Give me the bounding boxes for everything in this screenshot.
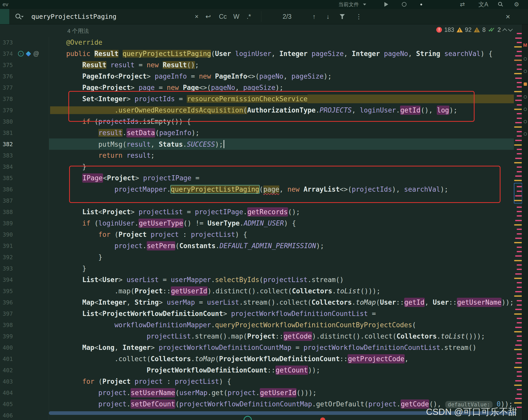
run-config-selector[interactable]: 当前文件 <box>338 1 366 8</box>
stripe-mark[interactable] <box>514 349 522 350</box>
stripe-mark[interactable] <box>514 162 522 163</box>
diff-gutter-icon[interactable] <box>26 51 31 56</box>
git-branch-label[interactable]: ev <box>3 1 8 8</box>
compare-plus-icon[interactable]: ⇄ <box>460 1 465 8</box>
stripe-mark[interactable] <box>514 278 522 279</box>
run-button[interactable] <box>384 1 388 8</box>
next-problem-icon[interactable] <box>508 27 513 31</box>
code-line[interactable]: 394 List<User> userList = userMapper.sel… <box>0 274 514 285</box>
stripe-mark[interactable] <box>517 394 522 395</box>
stripe-mark[interactable] <box>514 200 522 201</box>
code-line[interactable]: 381 result.setData(pageInfo); <box>0 127 514 138</box>
stripe-mark[interactable] <box>517 42 522 43</box>
debug-button[interactable] <box>402 1 406 8</box>
new-line-icon[interactable]: ↩ <box>206 9 211 24</box>
regex-toggle[interactable]: .* <box>247 9 251 24</box>
close-search-button[interactable]: × <box>506 9 510 24</box>
stripe-mark[interactable] <box>517 171 522 172</box>
stripe-mark[interactable] <box>517 407 522 408</box>
inspections-widget[interactable]: ! 183 ! 92 ! 8 ✓✓ 2 <box>436 26 512 33</box>
code-line[interactable]: 402 ProjectWorkflowDefinitionCount::getC… <box>0 365 514 376</box>
code-line[interactable]: 374↑@ public Result queryProjectListPagi… <box>0 48 514 59</box>
code-line[interactable]: 389 if (loginUser.getUserType() != UserT… <box>0 218 514 229</box>
code-line[interactable]: 392 } <box>0 251 514 263</box>
stripe-mark[interactable] <box>517 131 522 132</box>
code-line[interactable]: 404 project.setUserName(userMap.get(proj… <box>0 387 514 398</box>
stripe-mark[interactable] <box>517 153 522 154</box>
stripe-mark[interactable] <box>517 95 522 97</box>
stripe-mark[interactable] <box>517 322 522 323</box>
stripe-mark[interactable] <box>515 309 522 310</box>
stripe-mark[interactable] <box>517 211 522 212</box>
code-line[interactable]: 388 List<Project> projectList = projectI… <box>0 206 514 218</box>
code-line[interactable]: 390 for (Project project : projectList) … <box>0 229 514 240</box>
stripe-mark[interactable] <box>515 100 522 101</box>
stripe-mark[interactable] <box>514 60 522 61</box>
right-strip-icon[interactable] <box>523 57 527 61</box>
stripe-mark[interactable] <box>517 287 522 288</box>
stripe-mark[interactable] <box>517 340 522 341</box>
code-line[interactable]: 393 } <box>0 263 514 274</box>
stripe-mark[interactable] <box>517 69 522 70</box>
stripe-mark[interactable] <box>517 64 522 66</box>
code-line[interactable]: 396 Map<Integer, String> userMap = userL… <box>0 297 514 308</box>
stripe-mark[interactable] <box>515 55 522 57</box>
code-line[interactable]: 376 PageInfo<Project> pageInfo = new Pag… <box>0 71 514 82</box>
prev-problem-icon[interactable] <box>502 28 507 33</box>
stripe-mark[interactable] <box>515 140 522 141</box>
code-line[interactable]: 401 .collect(Collectors.toMap(ProjectWor… <box>0 353 514 365</box>
stripe-mark[interactable] <box>517 247 522 248</box>
stripe-mark[interactable] <box>517 118 522 119</box>
right-strip-icon[interactable] <box>523 120 527 123</box>
stripe-mark[interactable] <box>517 269 522 270</box>
stripe-mark[interactable] <box>517 191 522 192</box>
stripe-mark[interactable] <box>517 229 522 230</box>
stripe-mark[interactable] <box>517 207 522 208</box>
more-options-button[interactable]: ⋮ <box>356 9 362 24</box>
stripe-mark[interactable] <box>517 233 522 235</box>
stripe-mark[interactable] <box>514 224 522 226</box>
stripe-mark[interactable] <box>517 82 522 83</box>
stripe-mark[interactable] <box>514 385 522 386</box>
stripe-mark[interactable] <box>515 362 522 363</box>
stripe-mark[interactable] <box>514 367 522 368</box>
search-everywhere-button[interactable] <box>497 1 505 8</box>
code-line[interactable]: 403 for (Project project : projectList) … <box>0 376 514 387</box>
stripe-mark[interactable] <box>517 376 522 377</box>
stripe-mark[interactable] <box>514 260 522 261</box>
stripe-mark[interactable] <box>514 180 522 181</box>
stripe-mark[interactable] <box>515 273 522 275</box>
right-strip-icon[interactable] <box>523 82 527 86</box>
stripe-mark[interactable] <box>517 264 522 266</box>
stripe-mark[interactable] <box>517 215 522 217</box>
stripe-mark[interactable] <box>517 318 522 319</box>
stripe-mark[interactable] <box>517 335 522 337</box>
stripe-mark[interactable] <box>517 86 522 88</box>
stripe-mark[interactable] <box>517 389 522 390</box>
previous-match-button[interactable]: ↑ <box>312 9 316 24</box>
stripe-mark[interactable] <box>517 113 522 114</box>
stripe-mark[interactable] <box>515 78 522 79</box>
stripe-mark[interactable] <box>514 242 522 243</box>
stripe-mark[interactable] <box>517 33 522 34</box>
stripe-mark[interactable] <box>517 358 522 359</box>
code-line[interactable]: 375 Result result = new Result(); <box>0 59 514 71</box>
stripe-mark[interactable] <box>515 255 522 257</box>
stripe-mark[interactable] <box>517 300 522 301</box>
stripe-mark[interactable] <box>517 135 522 137</box>
stripe-mark[interactable] <box>514 126 522 128</box>
clear-search-button[interactable]: × <box>195 9 199 24</box>
stripe-mark[interactable] <box>517 353 522 355</box>
override-gutter-icon[interactable]: ↑ <box>18 51 24 57</box>
stripe-mark[interactable] <box>515 122 522 123</box>
right-strip-icon[interactable] <box>523 70 527 73</box>
code-line[interactable]: 397 List<ProjectWorkflowDefinitionCount>… <box>0 308 514 319</box>
code-line[interactable]: 399 projectList.stream().map(Project::ge… <box>0 331 514 342</box>
stripe-mark[interactable] <box>514 46 522 48</box>
tool-stripe-accent[interactable] <box>0 9 9 24</box>
stripe-mark[interactable] <box>514 91 522 92</box>
code-line[interactable]: 398 workflowDefinitionMapper.queryProjec… <box>0 319 514 331</box>
stripe-mark[interactable] <box>517 104 522 106</box>
stripe-mark[interactable] <box>515 380 522 381</box>
stripe-mark[interactable] <box>515 291 522 292</box>
